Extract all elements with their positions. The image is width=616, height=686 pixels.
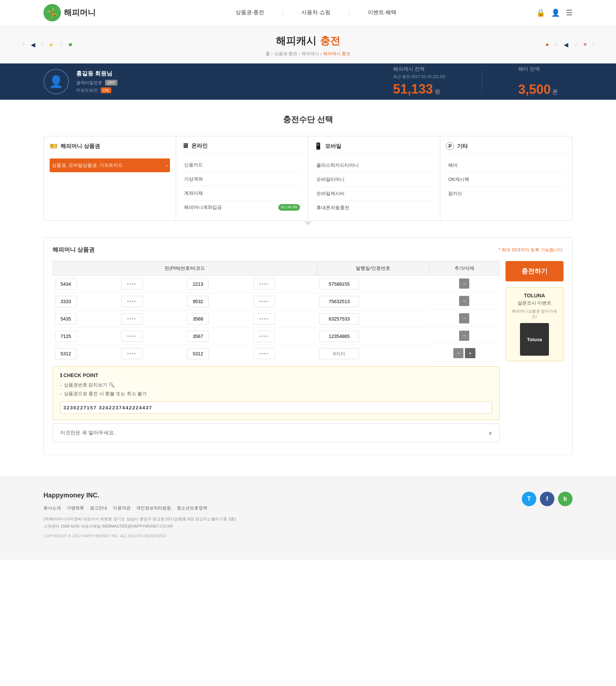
minus-btn-row1[interactable]: − xyxy=(459,278,469,289)
footer-address: (주)해피머니아이엔씨 대표이사 최병호 경기도 성남시 분당구 판교로 253… xyxy=(43,516,236,530)
checkpoint: ℹ CHECK POINT 상품권번호 읽치보기 🔍 상품권으로 충전 시 환불… xyxy=(53,366,500,420)
main-nav: 상품권·충전 | 사용처·쇼핑 | 이벤트·혜택 xyxy=(232,9,400,16)
nav-item-usage[interactable]: 사용처·쇼핑 xyxy=(298,9,334,16)
mobile-item-0-label: 플라스틱카드티머니 xyxy=(316,162,359,169)
keyboard-badge[interactable]: ON xyxy=(101,87,111,93)
minus-btn-row2[interactable]: − xyxy=(459,296,469,306)
user-name: 홍길동 회원님 xyxy=(76,70,379,78)
online-item-2-label: 계좌이체 xyxy=(184,190,203,197)
issue-row3[interactable] xyxy=(319,313,359,325)
breadcrumb-home[interactable]: 홈 xyxy=(266,51,270,57)
pin2-row5[interactable] xyxy=(121,348,143,359)
other-item-0[interactable]: 해머 xyxy=(446,158,566,173)
pin2-row1[interactable] xyxy=(121,278,143,290)
pin3-row2[interactable] xyxy=(187,296,209,307)
deco-heart-icon: ♥ xyxy=(583,41,587,48)
know-this: 이것만은 꼭 알아두세요. ∨ xyxy=(53,423,500,442)
collapse-indicator xyxy=(43,220,573,226)
footer-links: 회사소개 가맹체류 광고안내 이용약관 개인정보처리방침 청소년보호정책 xyxy=(43,505,236,511)
nav-divider2: | xyxy=(349,10,350,16)
pin2-row4[interactable] xyxy=(121,331,143,342)
footer-link-2[interactable]: 광고안내 xyxy=(90,505,107,511)
online-item-1[interactable]: 가상계좌 xyxy=(182,172,302,186)
footer-link-5[interactable]: 청소년보호정책 xyxy=(177,505,207,511)
balance-section: 해피캐시 잔액 최근 충전 2017-02-10 (21:23) 51,133 … xyxy=(379,66,573,97)
user-badges: 결제비밀번호 OFF xyxy=(76,80,379,86)
mobile-item-0[interactable]: 플라스틱카드티머니 xyxy=(314,158,434,173)
minus-btn-row4[interactable]: − xyxy=(459,331,469,341)
pin3-row1[interactable] xyxy=(187,278,209,290)
issue-row1[interactable] xyxy=(319,278,359,290)
pin2-row2[interactable] xyxy=(121,296,143,307)
pin3-row5[interactable] xyxy=(187,348,209,359)
happycash-label: 해피캐시 잔액 xyxy=(393,66,445,73)
breadcrumb-voucher[interactable]: 상품권·충전 xyxy=(274,51,297,57)
social-twitter-btn[interactable]: T xyxy=(522,492,536,506)
mobile-item-2-label: 모바일캐시비 xyxy=(316,190,345,197)
online-item-1-label: 가상계좌 xyxy=(184,176,203,182)
toluna-ad: TOLUNA 설문조사 이벤트 해피머니상품권 받아가세요! Toluna xyxy=(505,287,563,361)
issue-row5[interactable] xyxy=(319,348,359,359)
chevron-down-icon: ∨ xyxy=(488,430,492,436)
other-item-1[interactable]: OK캐시백 xyxy=(446,173,566,187)
charge-button[interactable]: 충전하기 xyxy=(505,261,563,281)
payment-pw-badge[interactable]: OFF xyxy=(105,80,117,86)
social-facebook-btn[interactable]: f xyxy=(540,492,554,506)
issue-row2[interactable] xyxy=(319,296,359,307)
pin3-row4[interactable] xyxy=(187,331,209,342)
minus-btn-row5[interactable]: − xyxy=(453,348,463,358)
online-item-0[interactable]: 신용카드 xyxy=(182,158,302,172)
other-item-2[interactable]: 팝카드 xyxy=(446,187,566,201)
menu-icon[interactable]: ☰ xyxy=(566,8,573,17)
pin2-row3[interactable] xyxy=(121,313,143,325)
nav-item-voucher[interactable]: 상품권·충전 xyxy=(232,9,268,16)
pin1-row2[interactable] xyxy=(55,296,77,307)
pin1-row5[interactable] xyxy=(55,348,77,359)
breadcrumb-happycash[interactable]: 해피캐시 xyxy=(301,51,319,57)
mobile-item-3[interactable]: 휴대폰자동충전 xyxy=(314,201,434,215)
minus-btn-row3[interactable]: − xyxy=(459,313,469,323)
pin4-row3[interactable] xyxy=(253,313,275,325)
toluna-title: TOLUNA xyxy=(511,293,558,298)
page-title: 해피캐시 xyxy=(276,34,316,48)
voucher-header: 해피머니 상품권 * 최대 10개까지 등록 가능합니다. xyxy=(53,246,563,254)
pin1-row1[interactable] xyxy=(55,278,77,290)
checkpoint-title: ℹ CHECK POINT xyxy=(60,372,492,378)
footer-link-1[interactable]: 가맹체류 xyxy=(67,505,84,511)
nav-item-events[interactable]: 이벤트·혜택 xyxy=(364,9,400,16)
toluna-subtitle: 설문조사 이벤트 xyxy=(511,300,558,306)
plus-btn-row5[interactable]: + xyxy=(465,348,475,358)
online-item-2[interactable]: 계좌이체 xyxy=(182,186,302,201)
online-item-3[interactable]: 해피머니계좌입금 캐시백 4% xyxy=(182,201,302,214)
pin4-row4[interactable] xyxy=(253,331,275,342)
online-item-0-label: 신용카드 xyxy=(184,162,203,168)
social-b-btn[interactable]: b xyxy=(558,492,573,506)
happymoney-item-0[interactable]: 상품권, 모바일상품권, 기프트카드 › xyxy=(50,158,170,172)
logo[interactable]: 🤸 해피머니 xyxy=(43,4,96,21)
deco-circle-icon: ○ xyxy=(59,41,63,48)
deco-square-icon: ■ xyxy=(68,41,72,48)
footer-link-3[interactable]: 이용약관 xyxy=(113,505,130,511)
pin3-row3[interactable] xyxy=(187,313,209,325)
pin4-row1[interactable] xyxy=(253,278,275,290)
know-this-toggle[interactable]: 이것만은 꼭 알아두세요. ∨ xyxy=(53,424,499,442)
deco-left: + ◀ / ★ ○ ■ xyxy=(22,41,72,48)
toluna-book[interactable]: Toluna xyxy=(520,323,549,356)
user-icon[interactable]: 👤 xyxy=(551,8,560,17)
charge-section-title: 충전수단 선택 xyxy=(43,114,573,125)
page-title-accent: 충전 xyxy=(320,34,340,48)
pin4-row5[interactable] xyxy=(253,348,275,359)
mobile-item-1[interactable]: 모바일티머니 xyxy=(314,173,434,187)
chevron-right-icon: › xyxy=(166,163,167,168)
pin1-row3[interactable] xyxy=(55,313,77,325)
issue-row4[interactable] xyxy=(319,331,359,342)
footer-link-4[interactable]: 개인정보처리방침 xyxy=(136,505,171,511)
footer-link-0[interactable]: 회사소개 xyxy=(43,505,61,511)
online-tab-label: 온라인 xyxy=(191,142,208,149)
pin1-row4[interactable] xyxy=(55,331,77,342)
mobile-item-2[interactable]: 모바일캐시비 xyxy=(314,187,434,201)
tab-happymoney: 🎫 해피머니 상품권 상품권, 모바일상품권, 기프트카드 › xyxy=(44,136,176,220)
pin4-row2[interactable] xyxy=(253,296,275,307)
lock-icon[interactable]: 🔒 xyxy=(536,8,545,17)
table-row: − xyxy=(53,328,500,345)
